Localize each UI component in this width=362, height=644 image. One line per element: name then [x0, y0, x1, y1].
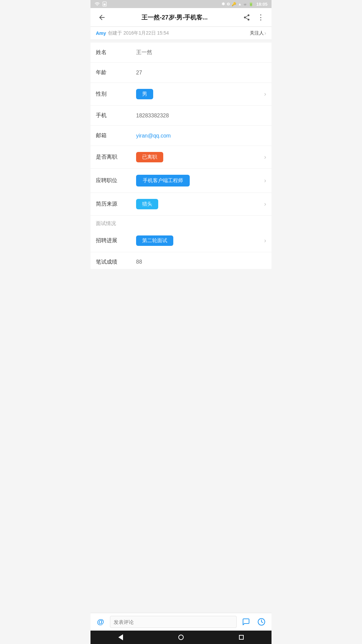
no-signal-icon: ▲	[243, 2, 247, 6]
status-bar: ✱ ⊖ 🔑 ▲ ▲ 🔋 18:05	[90, 0, 272, 8]
field-source[interactable]: 简历来源 猎头 ›	[90, 193, 272, 216]
field-value-source: 猎头	[136, 199, 261, 209]
field-progress[interactable]: 招聘进展 第二轮面试 ›	[90, 229, 272, 252]
field-gender[interactable]: 性别 男 ›	[90, 83, 272, 106]
back-button[interactable]	[96, 11, 108, 23]
page-title: 王一然-27岁-男-手机客...	[108, 13, 241, 21]
field-value-written-score: 88	[136, 259, 266, 265]
minus-circle-icon: ⊖	[227, 2, 230, 6]
field-label-name: 姓名	[96, 49, 136, 56]
resigned-tag: 已离职	[136, 152, 163, 162]
field-label-progress: 招聘进展	[96, 237, 136, 244]
position-chevron-icon: ›	[264, 177, 266, 184]
creator-name: Amy	[96, 31, 106, 36]
field-value-age: 27	[136, 70, 266, 76]
field-label-source: 简历来源	[96, 201, 136, 208]
field-resigned[interactable]: 是否离职 已离职 ›	[90, 146, 272, 169]
progress-tag: 第二轮面试	[136, 235, 173, 246]
svg-rect-1	[104, 4, 105, 5]
field-name: 姓名 王一然	[90, 43, 272, 63]
sub-header-left: Amy 创建于 2016年1月22日 15:54	[96, 30, 169, 36]
position-tag: 手机客户端工程师	[136, 175, 190, 186]
field-position[interactable]: 应聘职位 手机客户端工程师 ›	[90, 169, 272, 193]
section-interview: 面试情况	[90, 216, 272, 229]
bluetooth-icon: ✱	[222, 2, 225, 6]
follow-button[interactable]: 关注人 ›	[250, 30, 266, 36]
wifi-icon	[95, 1, 100, 7]
field-label-written-score: 笔试成绩	[96, 259, 136, 266]
time-display: 18:05	[256, 2, 267, 7]
field-label-phone: 手机	[96, 112, 136, 119]
follow-chevron-icon: ›	[264, 30, 266, 36]
progress-chevron-icon: ›	[264, 237, 266, 244]
share-button[interactable]	[241, 12, 252, 23]
field-phone: 手机 18283382328	[90, 106, 272, 126]
field-value-gender: 男	[136, 89, 261, 99]
sim-icon	[102, 1, 107, 7]
gender-chevron-icon: ›	[264, 91, 266, 98]
source-tag: 猎头	[136, 199, 158, 209]
status-bar-right: ✱ ⊖ 🔑 ▲ ▲ 🔋 18:05	[222, 2, 267, 7]
gender-tag: 男	[136, 89, 153, 99]
field-value-position: 手机客户端工程师	[136, 175, 261, 186]
created-text: 创建于 2016年1月22日 15:54	[108, 30, 169, 36]
field-email: 邮箱 yiran@qq.com	[90, 126, 272, 146]
app-bar-actions: ⋮	[241, 12, 266, 23]
profile-content: 姓名 王一然 年龄 27 性别 男 › 手机 18283382328 邮箱 yi…	[90, 43, 272, 269]
field-value-email[interactable]: yiran@qq.com	[136, 133, 266, 139]
follow-label: 关注人	[250, 30, 264, 36]
field-value-phone: 18283382328	[136, 113, 266, 119]
key-icon: 🔑	[232, 2, 236, 6]
field-value-resigned: 已离职	[136, 152, 261, 162]
battery-icon: 🔋	[249, 2, 253, 6]
signal-icon: ▲	[238, 2, 242, 6]
field-label-age: 年龄	[96, 69, 136, 76]
more-button[interactable]: ⋮	[255, 12, 266, 23]
app-bar: 王一然-27岁-男-手机客... ⋮	[90, 8, 272, 27]
field-label-resigned: 是否离职	[96, 154, 136, 161]
field-value-progress: 第二轮面试	[136, 235, 261, 246]
field-label-gender: 性别	[96, 91, 136, 98]
field-age: 年龄 27	[90, 63, 272, 83]
field-written-score: 笔试成绩 88	[90, 252, 272, 269]
resigned-chevron-icon: ›	[264, 154, 266, 161]
field-label-email: 邮箱	[96, 132, 136, 139]
status-bar-left	[95, 1, 107, 7]
field-value-name: 王一然	[136, 49, 266, 56]
field-label-position: 应聘职位	[96, 177, 136, 184]
sub-header: Amy 创建于 2016年1月22日 15:54 关注人 ›	[90, 27, 272, 40]
source-chevron-icon: ›	[264, 201, 266, 208]
